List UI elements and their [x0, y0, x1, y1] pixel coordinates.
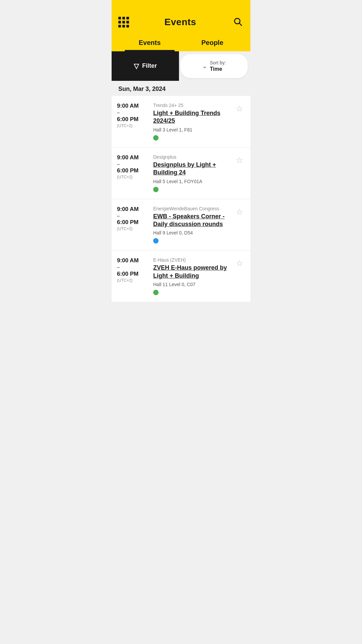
event-time: 9:00 AM – 6:00 PM (UTC+2): [117, 257, 150, 283]
filter-label: Filter: [142, 62, 157, 69]
svg-line-1: [239, 23, 241, 25]
sort-value: Time: [210, 66, 226, 72]
event-status-dot: [153, 238, 159, 244]
time-dash: –: [117, 264, 150, 271]
favorite-button[interactable]: ☆: [234, 103, 245, 113]
chevron-down-icon: ⌄: [202, 62, 207, 70]
header-top: Events: [118, 16, 244, 28]
event-location: Hall 3 Level 1, F81: [153, 127, 232, 132]
event-status-dot: [153, 187, 159, 192]
filter-icon: ▽: [134, 62, 139, 70]
event-category: E-Haus (ZVEH): [153, 257, 232, 263]
event-item[interactable]: 9:00 AM – 6:00 PM (UTC+2) Trends 24+ 25 …: [112, 96, 250, 148]
filter-button[interactable]: ▽ Filter: [112, 51, 179, 81]
star-icon: ☆: [236, 207, 243, 217]
page-title: Events: [165, 17, 196, 28]
event-item[interactable]: 9:00 AM – 6:00 PM (UTC+2) E-Haus (ZVEH) …: [112, 251, 250, 302]
time-dash: –: [117, 213, 150, 219]
tab-bar: Events People: [118, 35, 244, 51]
favorite-button[interactable]: ☆: [234, 206, 245, 217]
time-end: 6:00 PM: [117, 167, 150, 174]
event-list: 9:00 AM – 6:00 PM (UTC+2) Trends 24+ 25 …: [112, 96, 250, 302]
event-details: E-Haus (ZVEH) ZVEH E-Haus powered by Lig…: [150, 257, 234, 295]
search-icon: [233, 17, 242, 28]
event-category: Trends 24+ 25: [153, 103, 232, 108]
sort-label: Sort by: Time: [210, 60, 226, 72]
time-timezone: (UTC+2): [117, 278, 150, 283]
time-timezone: (UTC+2): [117, 123, 150, 128]
event-details: Designplus Designplus by Light + Buildin…: [150, 154, 234, 192]
star-icon: ☆: [236, 104, 243, 113]
time-start: 9:00 AM: [117, 154, 150, 161]
time-end: 6:00 PM: [117, 116, 150, 123]
sort-button[interactable]: ⌄ Sort by: Time: [180, 54, 248, 78]
time-end: 6:00 PM: [117, 219, 150, 226]
event-time: 9:00 AM – 6:00 PM (UTC+2): [117, 206, 150, 231]
event-status-dot: [153, 290, 159, 295]
time-start: 9:00 AM: [117, 257, 150, 264]
date-header: Sun, Mar 3, 2024: [112, 81, 250, 96]
event-item[interactable]: 9:00 AM – 6:00 PM (UTC+2) Designplus Des…: [112, 148, 250, 199]
time-timezone: (UTC+2): [117, 175, 150, 179]
time-start: 9:00 AM: [117, 103, 150, 109]
tab-people[interactable]: People: [181, 35, 244, 51]
event-time: 9:00 AM – 6:00 PM (UTC+2): [117, 154, 150, 180]
event-status-dot: [153, 135, 159, 141]
star-icon: ☆: [236, 156, 243, 165]
time-end: 6:00 PM: [117, 271, 150, 277]
event-time: 9:00 AM – 6:00 PM (UTC+2): [117, 103, 150, 128]
app-header: Events Events People: [112, 0, 250, 51]
event-name[interactable]: ZVEH E-Haus powered by Light + Building: [153, 264, 232, 280]
event-name[interactable]: Designplus by Light + Building 24: [153, 161, 232, 177]
search-button[interactable]: [232, 16, 244, 28]
tab-events[interactable]: Events: [118, 35, 181, 51]
time-dash: –: [117, 109, 150, 116]
event-category: Designplus: [153, 154, 232, 160]
time-dash: –: [117, 161, 150, 168]
event-details: Trends 24+ 25 Light + Building Trends 20…: [150, 103, 234, 141]
event-details: EnergieWendeBauen Congress EWB - Speaker…: [150, 206, 234, 244]
event-name[interactable]: Light + Building Trends 2024/25: [153, 109, 232, 125]
time-timezone: (UTC+2): [117, 226, 150, 231]
event-location: Hall 11 Level 0, C07: [153, 282, 232, 287]
favorite-button[interactable]: ☆: [234, 154, 245, 165]
event-location: Hall 9 Level 0, D54: [153, 230, 232, 235]
event-location: Hall 5 Level 1, FOY01A: [153, 179, 232, 184]
time-start: 9:00 AM: [117, 206, 150, 213]
event-item[interactable]: 9:00 AM – 6:00 PM (UTC+2) EnergieWendeBa…: [112, 199, 250, 251]
event-name[interactable]: EWB - Speakers Corner - Daily discussion…: [153, 213, 232, 228]
filter-sort-bar: ▽ Filter ⌄ Sort by: Time: [112, 51, 250, 81]
event-category: EnergieWendeBauen Congress: [153, 206, 232, 211]
favorite-button[interactable]: ☆: [234, 257, 245, 268]
grid-menu-icon[interactable]: [118, 17, 129, 28]
sort-by-text: Sort by:: [210, 60, 226, 66]
star-icon: ☆: [236, 259, 243, 268]
